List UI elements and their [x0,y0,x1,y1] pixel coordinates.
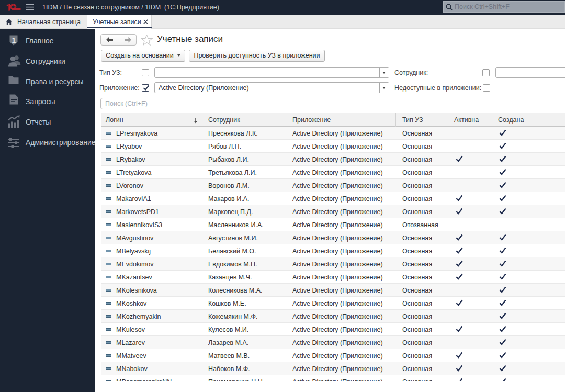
svg-text:1: 1 [12,36,16,44]
